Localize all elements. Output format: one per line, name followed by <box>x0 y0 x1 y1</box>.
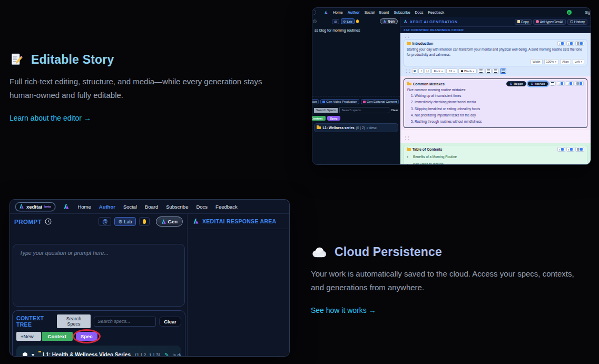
nav-item-docs[interactable]: Docs <box>415 11 424 14</box>
tree-item-wellness[interactable]: L1: Wellness series (0 | 2) > desc <box>314 123 398 132</box>
add-block-below-button[interactable]: + <box>566 41 574 46</box>
context-chip-editorial[interactable]: Gen Editorial Content <box>361 99 399 104</box>
spec-type-chip-highlighted[interactable]: Spec <box>76 332 97 341</box>
search-specs-input[interactable] <box>339 107 389 113</box>
lightbulb-icon[interactable] <box>356 19 359 23</box>
mention-button[interactable]: @ <box>99 217 111 226</box>
color-select[interactable]: Black▾ <box>458 68 477 74</box>
tree-item-health-wellness[interactable]: ▾ L1: Health & Wellness Video Series (1 … <box>16 346 181 357</box>
generate-button[interactable]: Gen <box>156 217 183 227</box>
list-item[interactable]: Waking up at inconsistent times <box>415 93 584 99</box>
underline-button[interactable]: U <box>425 68 430 74</box>
context-chip-partial[interactable]: duction <box>312 99 319 104</box>
bold-button[interactable]: B <box>412 68 417 74</box>
intro-card[interactable]: Introduction + + Starting your day with … <box>404 39 587 66</box>
history-clock-icon[interactable] <box>313 19 317 23</box>
lines-icon <box>551 82 554 85</box>
list-button[interactable] <box>500 68 506 74</box>
search-specs-button[interactable]: Search Specs <box>314 108 338 113</box>
pencil-icon[interactable]: ✎ <box>164 352 169 357</box>
section-gap: ⋮⋮ <box>400 130 591 143</box>
intro-card-body[interactable]: Starting your day with intention can tra… <box>407 47 584 57</box>
chevron-down-icon[interactable]: ▾ <box>32 352 34 357</box>
list-item[interactable]: Skipping breakfast or eating unhealthy f… <box>415 106 584 112</box>
width-select[interactable]: 100%▾ <box>544 59 558 64</box>
context-chip-video[interactable]: Gen Video Production <box>320 99 359 104</box>
iterask-button[interactable]: IterAsk <box>527 81 548 86</box>
user-avatar[interactable]: H <box>567 10 572 15</box>
radio-icon[interactable] <box>23 352 27 357</box>
delete-block-button[interactable] <box>575 81 584 86</box>
add-block-above-button[interactable]: + <box>557 81 565 86</box>
add-block-above-button[interactable]: + <box>557 147 565 152</box>
nav-item-home[interactable]: Home <box>333 11 343 14</box>
learn-editor-link[interactable]: Learn about the editor → <box>9 114 91 122</box>
clear-button[interactable]: Clear <box>391 109 398 112</box>
nav-item-home[interactable]: Home <box>77 204 91 210</box>
search-specs-button[interactable]: Search Specs <box>57 314 91 328</box>
nav-item-author[interactable]: Author <box>99 204 115 210</box>
regen-button[interactable]: Regen <box>506 81 526 86</box>
heading-1-button[interactable] <box>478 68 484 74</box>
nav-item-feedback[interactable]: Feedback <box>428 11 445 14</box>
mistakes-card[interactable]: Common Mistakes Regen IterAsk + + <box>404 78 587 128</box>
list-item[interactable]: Rushing through routines without mindful… <box>415 119 584 125</box>
nav-item-board[interactable]: Board <box>145 204 158 210</box>
drag-handle-icon[interactable]: ⋮⋮ <box>404 35 587 38</box>
nav-item-docs[interactable]: Docs <box>196 204 208 210</box>
generate-button[interactable]: Gen <box>380 18 398 24</box>
italic-button[interactable]: I <box>418 68 424 74</box>
drag-handle-icon[interactable]: ⋮⋮ <box>405 70 411 73</box>
xeditai-logo-icon <box>193 218 199 224</box>
brand-pill[interactable]: xeditai beta <box>15 202 55 211</box>
nav-item-feedback[interactable]: Feedback <box>215 204 238 210</box>
list-item[interactable]: Immediately checking phone/social media <box>415 99 584 105</box>
see-how-it-works-link[interactable]: See how it works → <box>311 306 376 314</box>
lightbulb-button[interactable] <box>139 217 150 226</box>
add-block-below-button[interactable]: + <box>566 147 574 152</box>
block-icon <box>561 82 563 85</box>
clear-button[interactable]: Clear <box>159 317 181 327</box>
nav-item-subscribe[interactable]: Subscribe <box>394 11 410 14</box>
signin-label-partial[interactable]: Sig <box>585 11 590 14</box>
add-block-below-button[interactable]: + <box>566 81 574 86</box>
delete-block-button[interactable] <box>575 147 584 152</box>
size-select[interactable]: 11▾ <box>446 68 457 74</box>
nav-item-social[interactable]: Social <box>365 11 375 14</box>
add-block-above-button[interactable]: + <box>557 41 565 46</box>
nav-item-social[interactable]: Social <box>123 204 137 210</box>
delete-block-button[interactable] <box>575 41 584 46</box>
prompt-input[interactable] <box>13 244 185 307</box>
block-buttons: + + <box>557 147 584 152</box>
art-hypergen-button[interactable]: ArtHyperGenAI <box>533 19 566 25</box>
toc-card[interactable]: Table of Contents + + Benefits of a Morn… <box>404 145 587 165</box>
menu-button[interactable] <box>549 81 556 86</box>
nav-item-board[interactable]: Board <box>379 11 389 14</box>
context-type-chip[interactable]: Context <box>42 332 73 341</box>
list-item[interactable]: Key Steps to Include <box>413 161 584 165</box>
list-item[interactable]: Benefits of a Morning Routine <box>413 153 584 160</box>
lab-button[interactable]: ⚙Lab <box>114 217 135 226</box>
font-select[interactable]: Font▾ <box>431 68 446 74</box>
type-chip-row: Context Spec <box>312 116 398 121</box>
search-specs-input[interactable] <box>94 317 156 327</box>
align-select[interactable]: Left▾ <box>573 59 584 64</box>
spec-type-chip[interactable]: Spec <box>327 116 340 121</box>
mention-button[interactable]: @ <box>332 19 339 24</box>
list-item[interactable]: Not prioritizing important tasks for the… <box>415 112 584 119</box>
new-chip-button[interactable]: +New <box>16 332 41 341</box>
context-tree-card: CONTEXT TREE Search Specs Clear +New Con… <box>12 310 185 357</box>
lab-button[interactable]: ⚙Lab <box>341 18 354 24</box>
prompt-text[interactable]: ss blog for morning routines <box>312 26 400 35</box>
chevron-down-icon: ▾ <box>453 70 455 73</box>
heading-2-button[interactable] <box>485 68 492 74</box>
drag-handle-icon[interactable]: ⋮⋮ <box>404 136 410 140</box>
copy-button[interactable]: Copy <box>515 19 532 25</box>
block-buttons: Regen IterAsk + + <box>506 81 584 86</box>
nav-item-subscribe[interactable]: Subscribe <box>166 204 188 210</box>
context-type-chip[interactable]: Context <box>312 116 326 121</box>
history-clock-icon[interactable] <box>45 218 52 225</box>
align-button[interactable] <box>493 68 499 74</box>
history-button[interactable]: History <box>567 19 587 25</box>
nav-item-author[interactable]: Author <box>348 11 360 14</box>
